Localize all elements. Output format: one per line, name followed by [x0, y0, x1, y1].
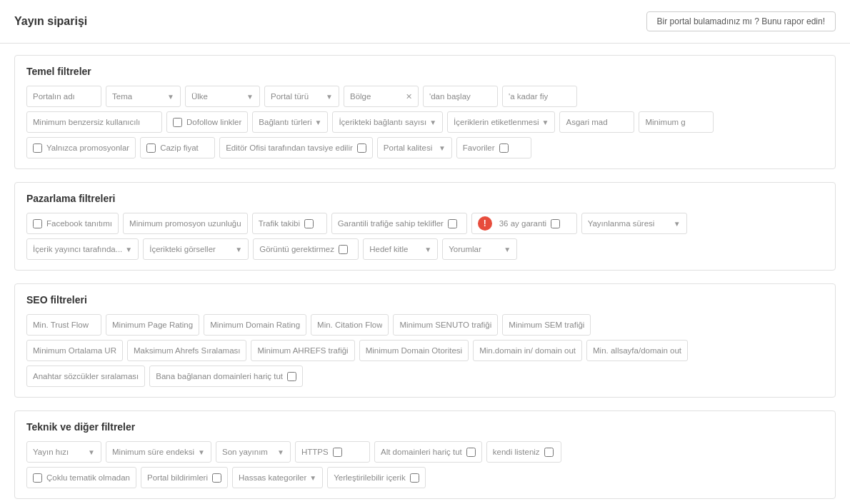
filter-ulke[interactable]: Ülke▼ [185, 86, 260, 107]
section-temel: Temel filtreler Portalın adı Tema▼ Ülke▼… [14, 55, 836, 169]
filter-allsayfa[interactable]: Min. allsayfa/domain out [586, 340, 688, 361]
filter-min-promosyon[interactable]: Minimum promosyon uzunluğu [123, 213, 248, 234]
facebook-checkbox[interactable] [33, 219, 42, 228]
filter-facebook[interactable]: Facebook tanıtımı [26, 213, 119, 234]
pazarlama-row-2: İçerik yayıncı tarafında...▼ İçerikteki … [26, 238, 824, 260]
filter-favoriler[interactable]: Favoriler [456, 137, 531, 158]
filter-portal-turu[interactable]: Portal türü▼ [264, 86, 339, 107]
filter-minimum-g[interactable]: Minimum g [639, 111, 714, 133]
temel-row-1: Portalın adı Tema▼ Ülke▼ Portal türü▼ Bö… [26, 86, 824, 107]
yerlestir-checkbox[interactable] [410, 473, 419, 483]
favoriler-checkbox[interactable] [499, 143, 509, 153]
chevron-icon: ▼ [326, 93, 333, 101]
filter-bolge[interactable]: Bölge✕ [344, 86, 419, 107]
editor-checkbox[interactable] [357, 143, 366, 153]
filter-portal-bildirim[interactable]: Portal bildirimleri [141, 467, 228, 488]
filter-cazip-fiyat[interactable]: Cazip fiyat [140, 137, 215, 158]
filter-min-benzersiz[interactable]: Minimum benzersiz kullanıcılı [26, 111, 162, 133]
cazip-checkbox[interactable] [146, 143, 156, 153]
liste-checkbox[interactable] [544, 448, 554, 457]
chevron-icon: ▼ [315, 119, 322, 126]
filter-goruntu[interactable]: Görüntü gerektirmez [253, 238, 359, 260]
filter-bana-baglanan[interactable]: Bana bağlanan domainleri hariç tut [149, 366, 303, 387]
chevron-icon: ▼ [439, 144, 446, 152]
chevron-icon: ▼ [277, 448, 284, 456]
filter-https[interactable]: HTTPS [295, 441, 370, 463]
filter-yerlestirilebilir[interactable]: Yerleştirilebilir içerik [327, 467, 426, 488]
filter-yalnizca-promosyon[interactable]: Yalnızca promosyonlar [26, 137, 136, 158]
garanti-checkbox[interactable] [551, 219, 560, 228]
filter-a-kadar[interactable]: 'a kadar fiy [502, 86, 577, 107]
filter-min-ur[interactable]: Minimum Ortalama UR [26, 340, 123, 361]
teknik-row-1: Yayın hızı▼ Minimum süre endeksi▼ Son ya… [26, 441, 824, 463]
report-button[interactable]: Bir portal bulamadınız mı ? Bunu rapor e… [646, 11, 836, 31]
temel-row-3: Yalnızca promosyonlar Cazip fiyat Editör… [26, 137, 824, 158]
warning-icon: ! [478, 216, 492, 231]
alt-domain-checkbox[interactable] [466, 448, 476, 457]
chevron-icon: ▼ [542, 119, 549, 126]
filter-max-ahrefs[interactable]: Maksimum Ahrefs Sıralaması [127, 340, 247, 361]
filter-alt-domain[interactable]: Alt domainleri hariç tut [374, 441, 482, 463]
filter-coklu-tematik[interactable]: Çoklu tematik olmadan [26, 467, 136, 488]
section-pazarlama: Pazarlama filtreleri Facebook tanıtımı M… [14, 182, 836, 271]
top-header: Yayın siparişi Bir portal bulamadınız mı… [0, 0, 850, 44]
filter-sem[interactable]: Minimum SEM trafiği [502, 314, 591, 336]
filter-dofollow[interactable]: Dofollow linkler [166, 111, 248, 133]
coklu-checkbox[interactable] [33, 473, 42, 483]
https-checkbox[interactable] [333, 448, 342, 457]
filter-hedef-kitle[interactable]: Hedef kitle▼ [363, 238, 438, 260]
filter-tema[interactable]: Tema▼ [106, 86, 181, 107]
filter-icerik-baglanti[interactable]: İçerikteki bağlantı sayısı▼ [332, 111, 443, 133]
section-teknik: Teknik ve diğer filtreler Yayın hızı▼ Mi… [14, 410, 836, 499]
filter-portal-kalitesi[interactable]: Portal kalitesi▼ [377, 137, 452, 158]
seo-row-2: Minimum Ortalama UR Maksimum Ahrefs Sıra… [26, 340, 824, 361]
filter-min-ahrefs[interactable]: Minimum AHREFS trafiği [251, 340, 354, 361]
teknik-row-2: Çoklu tematik olmadan Portal bildirimler… [26, 467, 824, 488]
filter-kendi-liste[interactable]: kendi listeniz [486, 441, 561, 463]
bildirim-checkbox[interactable] [212, 473, 221, 483]
goruntu-checkbox[interactable] [339, 245, 348, 254]
filter-36ay[interactable]: ! 36 ay garanti [471, 213, 577, 234]
filter-editor-ofisi[interactable]: Editör Ofisi tarafından tavsiye edilir [219, 137, 373, 158]
filter-domain-inout[interactable]: Min.domain in/ domain out [473, 340, 582, 361]
filter-page-rating[interactable]: Minimum Page Rating [106, 314, 199, 336]
filter-son-yayin[interactable]: Son yayınım▼ [216, 441, 291, 463]
filter-domain-rating[interactable]: Minimum Domain Rating [204, 314, 306, 336]
filter-portal-adi[interactable]: Portalın adı [26, 86, 101, 107]
filter-garantili-trafik[interactable]: Garantili trafiğe sahip teklifler [331, 213, 467, 234]
chevron-icon: ▼ [246, 93, 254, 101]
filter-senuto[interactable]: Minimum SENUTO trafiği [393, 314, 498, 336]
filter-min-sure[interactable]: Minimum süre endeksi▼ [106, 441, 211, 463]
filter-icerik-yayinci[interactable]: İçerik yayıncı tarafında...▼ [26, 238, 139, 260]
filter-dan-baslay[interactable]: 'dan başlay [423, 86, 498, 107]
garantili-checkbox[interactable] [448, 219, 457, 228]
filter-asgari-mad[interactable]: Asgari mad [559, 111, 634, 133]
section-title-seo: SEO filtreleri [26, 294, 824, 306]
pazarlama-row-1: Facebook tanıtımı Minimum promosyon uzun… [26, 213, 824, 234]
filter-citation-flow[interactable]: Min. Citation Flow [311, 314, 389, 336]
filter-trust-flow[interactable]: Min. Trust Flow [26, 314, 101, 336]
filter-domain-otorite[interactable]: Minimum Domain Otoritesi [359, 340, 469, 361]
promosyon-checkbox[interactable] [33, 143, 42, 153]
filter-yayinlanma[interactable]: Yayınlanma süresi▼ [581, 213, 687, 234]
section-title-pazarlama: Pazarlama filtreleri [26, 193, 824, 204]
temel-row-2: Minimum benzersiz kullanıcılı Dofollow l… [26, 111, 824, 133]
seo-row-1: Min. Trust Flow Minimum Page Rating Mini… [26, 314, 824, 336]
trafik-checkbox[interactable] [304, 219, 314, 228]
domain-heric-checkbox[interactable] [287, 372, 296, 381]
filter-anahtar[interactable]: Anahtar sözcükler sıralaması [26, 366, 145, 387]
filter-trafik-takibi[interactable]: Trafik takibi [252, 213, 327, 234]
filter-icerik-etiket[interactable]: İçeriklerin etiketlenmesi▼ [447, 111, 555, 133]
filter-yayin-hizi[interactable]: Yayın hızı▼ [26, 441, 101, 463]
close-icon[interactable]: ✕ [406, 92, 412, 101]
dofollow-checkbox[interactable] [173, 118, 182, 127]
filter-yorumlar[interactable]: Yorumlar▼ [442, 238, 517, 260]
content-area: Temel filtreler Portalın adı Tema▼ Ülke▼… [0, 44, 850, 504]
chevron-icon: ▼ [309, 474, 316, 482]
chevron-icon: ▼ [88, 448, 95, 456]
section-seo: SEO filtreleri Min. Trust Flow Minimum P… [14, 283, 836, 398]
filter-baglanti-turleri[interactable]: Bağlantı türleri▼ [252, 111, 328, 133]
filter-icerik-gorseller[interactable]: İçerikteki görseller▼ [143, 238, 249, 260]
filter-hassas[interactable]: Hassas kategoriler▼ [232, 467, 323, 488]
section-title-teknik: Teknik ve diğer filtreler [26, 421, 824, 433]
